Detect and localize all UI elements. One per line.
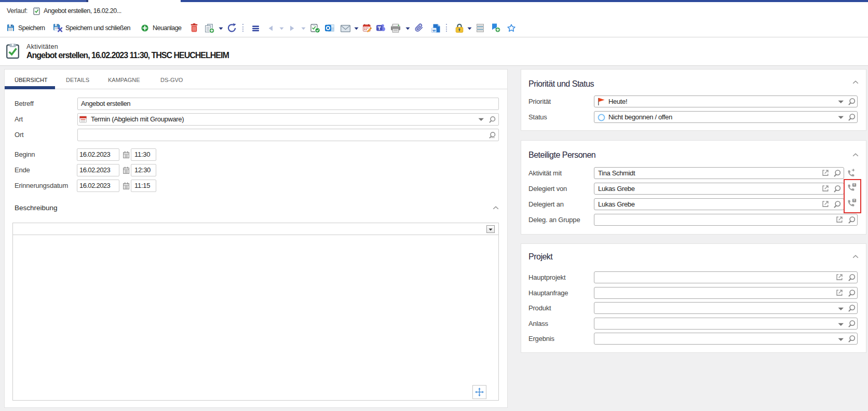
svg-text:w: w [432,28,436,33]
